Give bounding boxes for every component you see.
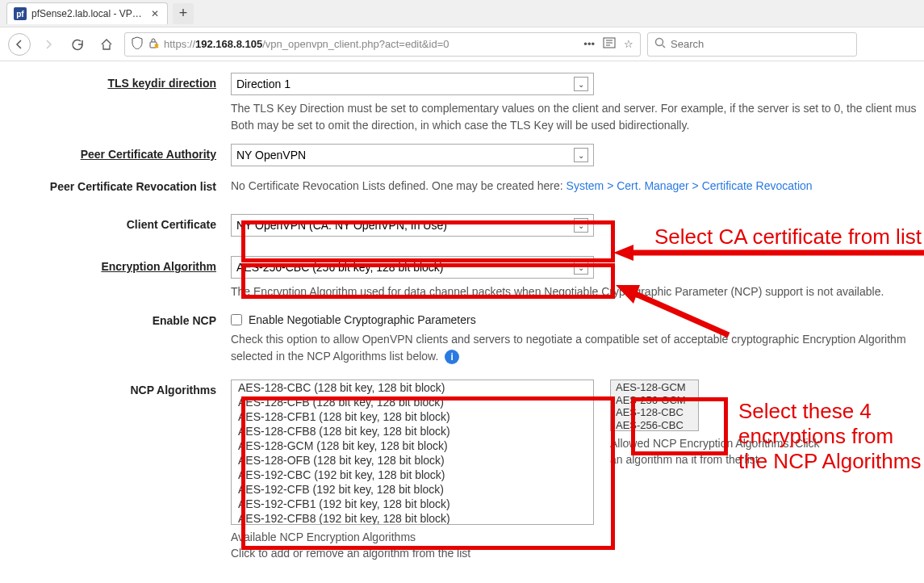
enc-algo-select[interactable]: AES-256-CBC (256 bit key, 128 bit block)…: [231, 256, 594, 279]
svg-marker-10: [616, 285, 640, 304]
more-icon[interactable]: •••: [583, 38, 595, 50]
chevron-down-icon: ⌄: [574, 218, 588, 233]
ncp-available-option[interactable]: AES-192-CBC (192 bit key, 128 bit block): [232, 468, 593, 482]
label-peer-crl: Peer Certificate Revocation list: [0, 176, 231, 195]
svg-marker-8: [613, 245, 633, 261]
annotation-text-ncp: Select these 4 encryptions from the NCP …: [738, 399, 924, 475]
lock-warning-icon: [148, 37, 159, 51]
nav-bar: https://192.168.8.105/vpn_openvpn_client…: [0, 27, 924, 61]
tls-keydir-help: The TLS Key Direction must be set to com…: [231, 100, 917, 134]
client-cert-value: NY OpenVPN (CA: NY OpenVPN, In Use): [236, 219, 447, 232]
ncp-available-option[interactable]: AES-192-CFB1 (192 bit key, 128 bit block…: [232, 497, 593, 511]
arrow-enc-icon: [616, 281, 733, 339]
ncp-available-listbox[interactable]: AES-128-CBC (128 bit key, 128 bit block)…: [231, 380, 594, 525]
ncp-available-caption1: Available NCP Encryption Algorithms: [231, 530, 594, 546]
svg-line-9: [632, 292, 729, 335]
svg-point-5: [656, 39, 663, 46]
ncp-available-caption2: Click to add or remove an algorithm from…: [231, 546, 594, 562]
search-box[interactable]: [647, 32, 857, 57]
tab-title: pfSense2.lab.local - VPN: Open: [31, 8, 144, 19]
back-button[interactable]: [8, 33, 31, 56]
ncp-allowed-option[interactable]: AES-128-CBC: [616, 406, 693, 419]
ncp-allowed-option[interactable]: AES-256-CBC: [616, 419, 693, 432]
chevron-down-icon: ⌄: [574, 260, 588, 275]
label-ncp-algos: NCP Algorithms: [0, 380, 231, 561]
tab-bar: pf pfSense2.lab.local - VPN: Open ✕ +: [0, 0, 924, 27]
peer-ca-value: NY OpenVPN: [236, 149, 306, 161]
url-text: https://192.168.8.105/vpn_openvpn_client…: [164, 38, 449, 50]
enable-ncp-checkbox-label: Enable Negotiable Cryptographic Paramete…: [249, 313, 476, 326]
new-tab-button[interactable]: +: [173, 3, 194, 24]
reload-button[interactable]: [66, 33, 89, 56]
client-cert-select[interactable]: NY OpenVPN (CA: NY OpenVPN, In Use) ⌄: [231, 214, 594, 237]
label-client-cert: Client Certificate: [0, 214, 231, 237]
home-button[interactable]: [95, 33, 118, 56]
enc-algo-value: AES-256-CBC (256 bit key, 128 bit block): [236, 261, 444, 274]
ncp-available-option[interactable]: AES-128-CFB (128 bit key, 128 bit block): [232, 395, 593, 409]
bookmark-icon[interactable]: ☆: [624, 38, 633, 50]
browser-chrome: pf pfSense2.lab.local - VPN: Open ✕ + ht…: [0, 0, 924, 61]
label-enable-ncp: Enable NCP: [0, 310, 231, 365]
ncp-allowed-option[interactable]: AES-256-GCM: [616, 394, 693, 407]
ncp-available-option[interactable]: AES-192-CFB (192 bit key, 128 bit block): [232, 482, 593, 497]
ncp-available-option[interactable]: AES-192-CFB8 (192 bit key, 128 bit block…: [232, 511, 593, 525]
crl-link[interactable]: System > Cert. Manager > Certificate Rev…: [567, 179, 813, 192]
search-input[interactable]: [671, 38, 850, 50]
label-tls-keydir: TLS keydir direction: [0, 73, 231, 134]
tls-keydir-select[interactable]: Direction 1 ⌄: [231, 73, 594, 95]
arrow-cert-icon: [613, 245, 924, 261]
enable-ncp-checkbox[interactable]: [231, 314, 242, 325]
chevron-down-icon: ⌄: [574, 148, 588, 162]
svg-line-6: [663, 45, 665, 48]
favicon-icon: pf: [14, 7, 27, 20]
ncp-available-option[interactable]: AES-128-OFB (128 bit key, 128 bit block): [232, 453, 593, 468]
tls-keydir-value: Direction 1: [236, 78, 291, 90]
chevron-down-icon: ⌄: [574, 77, 588, 91]
crl-help-prefix: No Certificate Revocation Lists defined.…: [231, 179, 567, 192]
label-enc-algo: Encryption Algorithm: [0, 256, 231, 300]
url-bar[interactable]: https://192.168.8.105/vpn_openvpn_client…: [124, 32, 641, 57]
label-peer-ca: Peer Certificate Authority: [0, 144, 231, 166]
search-icon: [654, 37, 666, 51]
ncp-allowed-listbox[interactable]: AES-128-GCMAES-256-GCMAES-128-CBCAES-256…: [610, 380, 699, 431]
reader-icon[interactable]: [603, 37, 616, 51]
ncp-available-option[interactable]: AES-128-CBC (128 bit key, 128 bit block): [232, 380, 593, 395]
page-content: TLS keydir direction Direction 1 ⌄ The T…: [0, 61, 924, 583]
enc-algo-help: The Encryption Algorithm used for data c…: [231, 283, 917, 300]
tab-close-icon[interactable]: ✕: [149, 8, 161, 19]
ncp-available-option[interactable]: AES-128-CFB8 (128 bit key, 128 bit block…: [232, 424, 593, 438]
ncp-allowed-option[interactable]: AES-128-GCM: [616, 381, 693, 394]
info-icon[interactable]: i: [445, 350, 459, 364]
shield-icon: [132, 36, 143, 52]
forward-button[interactable]: [37, 33, 60, 56]
ncp-available-option[interactable]: AES-128-GCM (128 bit key, 128 bit block): [232, 438, 593, 453]
enable-ncp-help: Check this option to allow OpenVPN clien…: [231, 333, 906, 363]
peer-ca-select[interactable]: NY OpenVPN ⌄: [231, 144, 594, 166]
ncp-available-option[interactable]: AES-128-CFB1 (128 bit key, 128 bit block…: [232, 409, 593, 424]
browser-tab[interactable]: pf pfSense2.lab.local - VPN: Open ✕: [6, 2, 168, 24]
